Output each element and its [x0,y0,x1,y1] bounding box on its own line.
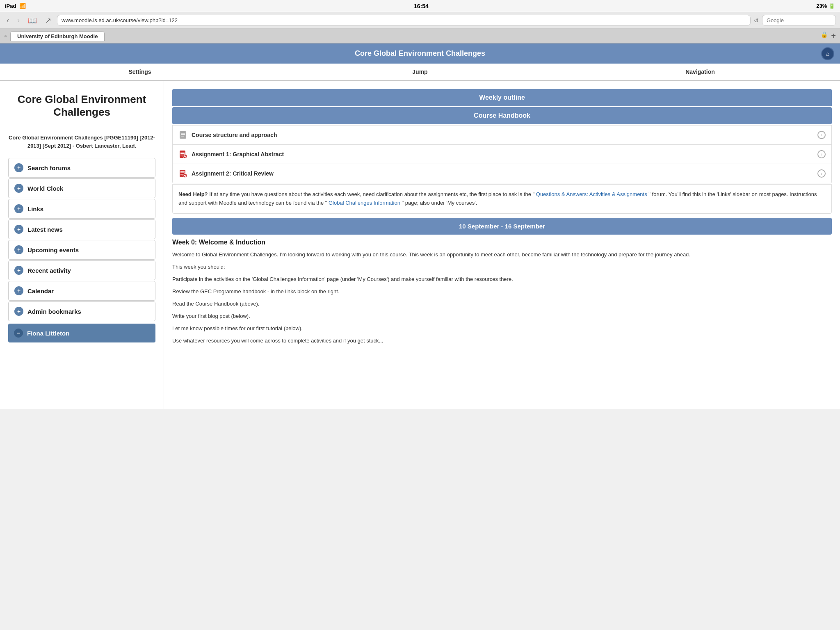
expand-icon: + [14,163,23,172]
block-links-header[interactable]: + Links [9,199,155,218]
add-tab-button[interactable]: + [831,31,836,41]
date-header: 10 September - 16 September [172,218,832,235]
assignment-icon: ✎ [178,169,187,178]
tab-navigation[interactable]: Navigation [560,64,840,80]
block-label: Admin bookmarks [27,308,81,315]
status-bar: iPad 📶 16:54 23% 🔋 [0,0,840,12]
week-subtitle: This week you should: [172,262,832,272]
list-item: Participate in the activities on the 'Gl… [172,275,832,284]
forward-button[interactable]: › [15,15,22,25]
block-search-forums[interactable]: + Search forums [8,158,155,178]
item-assignment-2[interactable]: ✎ Assignment 2: Critical Review › [172,164,832,183]
help-link-qa[interactable]: Questions & Answers: Activities & Assign… [536,191,647,197]
block-admin-bookmarks[interactable]: + Admin bookmarks [8,301,155,321]
sidebar-course-title: Core Global Environment Challenges [8,93,155,119]
block-latest-news-header[interactable]: + Latest news [9,220,155,239]
course-divider [16,127,147,127]
main-content: Core Global Environment Challenges Core … [0,81,840,409]
svg-text:✎: ✎ [184,174,187,178]
expand-icon: + [14,266,23,275]
course-header: Core Global Environment Challenges ⌂ [0,43,840,64]
list-item: Use whatever resources you will come acr… [172,336,832,345]
assignment-icon: ✎ [178,150,187,159]
weekly-outline-header: Weekly outline [172,89,832,106]
user-block[interactable]: − Fiona Littleton [8,324,155,342]
expand-icon: + [14,225,23,234]
help-prefix: Need Help? [178,191,208,197]
tab-settings[interactable]: Settings [0,64,280,80]
url-input[interactable] [57,15,751,26]
tab-jump[interactable]: Jump [280,64,560,80]
tab-bar: × University of Edinburgh Moodle 🔒 + [0,29,840,43]
block-upcoming-events[interactable]: + Upcoming events [8,240,155,260]
help-body: If at any time you have questions about … [209,191,534,197]
chevron-icon: › [817,169,826,178]
block-search-forums-header[interactable]: + Search forums [9,158,155,177]
page-icon [178,130,187,139]
time-display: 16:54 [414,3,429,9]
block-label: Recent activity [27,267,71,274]
search-input[interactable] [762,15,836,26]
tab-item[interactable]: University of Edinburgh Moodle [10,31,105,41]
nav-tabs: Settings Jump Navigation [0,64,840,81]
battery-icon: 🔋 [829,3,835,9]
block-recent-activity-header[interactable]: + Recent activity [9,261,155,280]
share-button[interactable]: ↗ [43,15,54,26]
block-label: World Clock [27,185,63,192]
block-world-clock[interactable]: + World Clock [8,178,155,198]
block-calendar[interactable]: + Calendar [8,281,155,301]
block-label: Latest news [27,226,63,233]
block-latest-news[interactable]: + Latest news [8,219,155,239]
list-item: Read the Course Handbook (above). [172,299,832,308]
collapse-icon: − [14,329,23,338]
tab-close-button[interactable]: × [4,33,7,39]
expand-icon: + [14,307,23,316]
item-label: Assignment 2: Critical Review [192,170,813,177]
sidebar: Core Global Environment Challenges Core … [0,81,164,409]
user-name: Fiona Littleton [27,330,69,337]
lock-icon: 🔒 [821,31,828,41]
back-button[interactable]: ‹ [4,15,11,25]
list-item: Review the GEC Programme handbook - in t… [172,287,832,296]
block-label: Upcoming events [27,247,79,253]
svg-rect-2 [181,135,185,135]
block-label: Calendar [27,288,54,294]
item-label: Course structure and approach [192,132,813,138]
block-label: Links [27,205,43,212]
wifi-icon: 📶 [19,3,26,9]
block-world-clock-header[interactable]: + World Clock [9,179,155,198]
chevron-icon: › [817,150,826,158]
reload-button[interactable]: ↺ [754,17,759,24]
list-item: Let me know possible times for our first… [172,324,832,333]
svg-rect-3 [181,136,184,137]
expand-icon: + [14,286,23,295]
chevron-icon: › [817,131,826,139]
list-item: Write your first blog post (below). [172,312,832,321]
bookmarks-button[interactable]: 📖 [25,15,39,26]
browser-bar: ‹ › 📖 ↗ ↺ [0,12,840,29]
block-links[interactable]: + Links [8,199,155,219]
battery-display: 23% 🔋 [816,3,835,9]
svg-rect-13 [180,174,183,175]
item-assignment-1[interactable]: ✎ Assignment 1: Graphical Abstract › [172,145,832,164]
svg-rect-1 [181,133,185,134]
content-area: Weekly outline Course Handbook Course st… [164,81,840,409]
block-admin-bookmarks-header[interactable]: + Admin bookmarks [9,302,155,321]
tab-actions: 🔒 + [821,31,836,41]
home-button[interactable]: ⌂ [821,47,834,60]
item-course-structure[interactable]: Course structure and approach › [172,125,832,145]
expand-icon: + [14,184,23,193]
help-link-gci[interactable]: Global Challenges Information [329,200,400,206]
svg-rect-12 [180,173,185,173]
expand-icon: + [14,204,23,213]
course-header-title: Core Global Environment Challenges [355,49,485,57]
help-box: Need Help? If at any time you have quest… [172,184,832,214]
svg-rect-6 [180,153,185,154]
expand-icon: + [14,245,23,254]
block-recent-activity[interactable]: + Recent activity [8,260,155,280]
svg-rect-5 [180,152,185,153]
home-icon: ⌂ [826,50,829,57]
svg-text:✎: ✎ [184,155,187,159]
block-upcoming-events-header[interactable]: + Upcoming events [9,240,155,259]
block-calendar-header[interactable]: + Calendar [9,281,155,300]
